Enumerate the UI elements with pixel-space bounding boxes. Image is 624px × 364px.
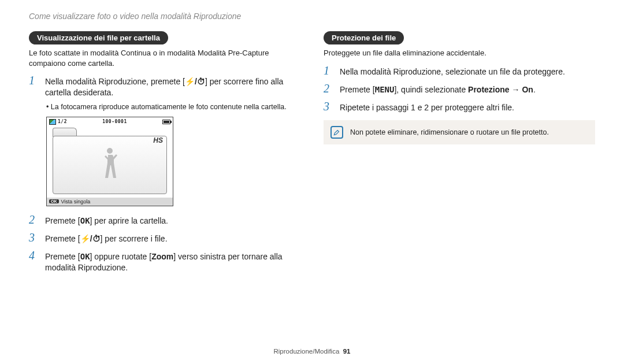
text: . <box>533 85 536 94</box>
text: Premete [ <box>340 85 375 94</box>
step-number: 3 <box>29 231 39 244</box>
hs-label: HS <box>153 136 163 144</box>
left-step-3: 3 Premete [⚡/⏱] per scorrere i file. <box>29 231 300 244</box>
lcd-bottom-label: Vista singola <box>61 199 91 205</box>
left-step-2: 2 Premete [OK] per aprire la cartella. <box>29 213 300 226</box>
lcd-top-bar: 1/2 100-0001 <box>47 117 173 127</box>
right-step-3: 3 Ripetete i passaggi 1 e 2 per protegge… <box>324 100 595 113</box>
step-text: Nella modalità Riproduzione, premete [⚡/… <box>45 76 300 98</box>
step-number: 1 <box>324 64 334 77</box>
lcd-bottom-bar: OK Vista singola <box>47 198 173 206</box>
text: Premete [ <box>45 252 80 261</box>
section-pill-right: Protezione dei file <box>324 31 404 44</box>
arrow-icon: → <box>510 85 522 94</box>
footer-section: Riproduzione/Modifica <box>274 348 340 355</box>
flash-timer-icon: ⚡/⏱ <box>80 234 101 243</box>
right-intro: Proteggete un file dalla eliminazione ac… <box>324 48 595 58</box>
page-footer: Riproduzione/Modifica 91 <box>0 348 624 355</box>
step-number: 2 <box>29 213 39 226</box>
step-text: Premete [⚡/⏱] per scorrere i file. <box>45 233 168 244</box>
camera-lcd-preview: 1/2 100-0001 HS OK Vista singola <box>46 117 173 206</box>
text: Premete [ <box>45 216 80 225</box>
page-number: 91 <box>343 348 351 355</box>
person-silhouette-icon <box>98 144 121 185</box>
note-text: Non potete eliminare, ridimensionare o r… <box>350 128 549 136</box>
step-number: 3 <box>324 100 334 113</box>
right-column: Protezione dei file Proteggete un file d… <box>324 31 595 278</box>
text: ] per aprire la cartella. <box>90 216 168 225</box>
left-step-1: 1 Nella modalità Riproduzione, premete [… <box>29 74 300 98</box>
step-text: Nella modalità Riproduzione, selezionate… <box>340 66 565 77</box>
note-box: Non potete eliminare, ridimensionare o r… <box>324 120 595 144</box>
text: ] oppure ruotate [ <box>90 252 152 261</box>
text: ] per scorrere i file. <box>101 234 168 243</box>
option-on: On <box>522 85 533 94</box>
lcd-folder: HS <box>53 128 167 194</box>
step-text: Premete [OK] per aprire la cartella. <box>45 216 168 226</box>
content-columns: Visualizzazione dei file per cartella Le… <box>29 31 595 278</box>
left-intro: Le foto scattate in modalità Continua o … <box>29 48 300 68</box>
text: ], quindi selezionate <box>394 85 468 94</box>
ok-button-label: OK <box>80 216 90 225</box>
battery-icon <box>162 120 170 124</box>
option-protezione: Protezione <box>468 85 510 94</box>
step-text: Premete [OK] oppure ruotate [Zoom] verso… <box>45 251 300 273</box>
ok-chip-icon: OK <box>49 199 59 203</box>
left-step-4: 4 Premete [OK] oppure ruotate [Zoom] ver… <box>29 249 300 273</box>
step-text: Ripetete i passaggi 1 e 2 per proteggere… <box>340 102 514 113</box>
ok-button-label: OK <box>80 252 90 261</box>
text: Premete [ <box>45 234 80 243</box>
step-number: 2 <box>324 82 334 95</box>
left-step1-bullet: La fotocamera riproduce automaticamente … <box>46 103 300 111</box>
left-column: Visualizzazione dei file per cartella Le… <box>29 31 300 278</box>
note-info-icon <box>330 126 343 139</box>
step-number: 4 <box>29 249 39 262</box>
folder-body: HS <box>53 136 167 194</box>
right-step-1: 1 Nella modalità Riproduzione, seleziona… <box>324 64 595 77</box>
text: Nella modalità Riproduzione, premete [ <box>45 77 185 86</box>
step-text: Premete [MENU], quindi selezionate Prote… <box>340 84 536 95</box>
breadcrumb: Come visualizzare foto o video nella mod… <box>29 12 595 21</box>
zoom-control-label: Zoom <box>151 252 173 261</box>
right-step-2: 2 Premete [MENU], quindi selezionate Pro… <box>324 82 595 95</box>
thumbnail-icon <box>49 119 56 125</box>
lcd-counter: 1/2 <box>58 119 67 124</box>
flash-timer-icon: ⚡/⏱ <box>185 77 205 86</box>
lcd-file-id: 100-0001 <box>102 119 127 124</box>
section-pill-left: Visualizzazione dei file per cartella <box>29 31 168 44</box>
step-number: 1 <box>29 74 39 87</box>
menu-button-label: MENU <box>375 85 395 94</box>
